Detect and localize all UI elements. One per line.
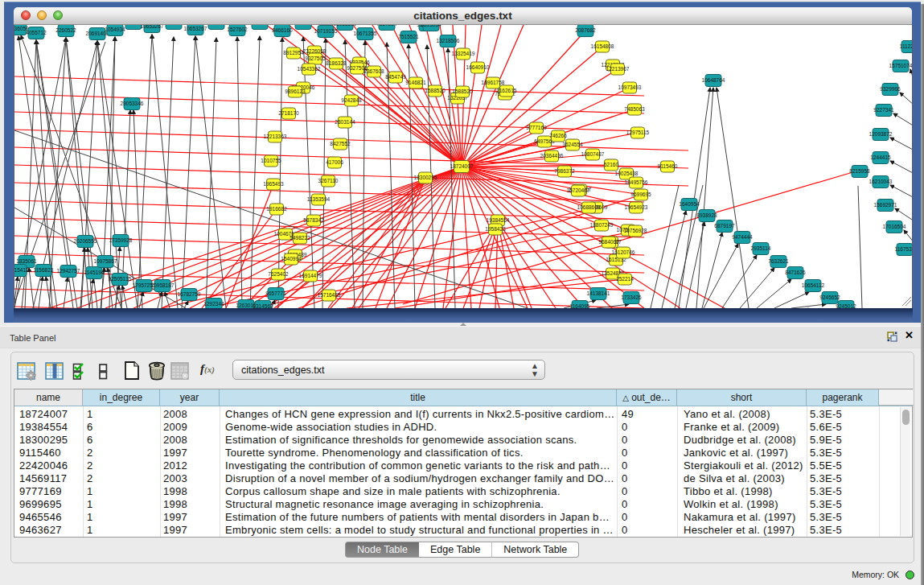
svg-text:9329966: 9329966 bbox=[880, 86, 901, 92]
svg-text:9777169: 9777169 bbox=[526, 125, 547, 130]
svg-text:14138141: 14138141 bbox=[587, 290, 610, 296]
svg-text:1145194: 1145194 bbox=[84, 270, 105, 275]
svg-text:12213363: 12213363 bbox=[264, 134, 287, 139]
svg-text:8427552: 8427552 bbox=[330, 141, 351, 146]
svg-text:1916682: 1916682 bbox=[266, 206, 287, 212]
svg-text:2087682: 2087682 bbox=[575, 27, 596, 33]
svg-text:8466160: 8466160 bbox=[272, 27, 293, 33]
svg-text:15720407: 15720407 bbox=[567, 187, 590, 193]
svg-text:10975867: 10975867 bbox=[94, 258, 117, 264]
svg-text:1162615: 1162615 bbox=[497, 88, 517, 93]
svg-text:11353594: 11353594 bbox=[307, 196, 331, 202]
svg-text:15716485: 15716485 bbox=[318, 292, 341, 298]
svg-text:1958423: 1958423 bbox=[485, 226, 506, 232]
svg-text:1733426: 1733426 bbox=[621, 295, 642, 300]
svg-text:10688609: 10688609 bbox=[577, 204, 601, 210]
svg-text:10025438: 10025438 bbox=[615, 171, 639, 176]
svg-text:8471626: 8471626 bbox=[785, 270, 806, 275]
svg-text:3267110: 3267110 bbox=[318, 178, 339, 183]
svg-text:1112233: 1112233 bbox=[900, 43, 913, 49]
svg-text:10973493: 10973493 bbox=[618, 84, 642, 90]
svg-text:20206555: 20206555 bbox=[74, 238, 97, 244]
svg-text:10654112: 10654112 bbox=[802, 282, 825, 288]
svg-text:19384554: 19384554 bbox=[487, 217, 510, 223]
svg-text:3624554: 3624554 bbox=[562, 142, 583, 147]
svg-text:17359928: 17359928 bbox=[109, 237, 133, 243]
svg-text:12093872: 12093872 bbox=[869, 131, 893, 137]
svg-text:10958187: 10958187 bbox=[151, 282, 175, 288]
svg-text:62160: 62160 bbox=[604, 162, 618, 167]
svg-text:2260522: 2260522 bbox=[55, 27, 76, 33]
svg-text:10719155: 10719155 bbox=[314, 28, 338, 34]
svg-text:5498222: 5498222 bbox=[290, 235, 310, 241]
svg-text:10671355: 10671355 bbox=[354, 31, 377, 36]
svg-text:12942757: 12942757 bbox=[57, 268, 80, 274]
svg-text:1588520: 1588520 bbox=[425, 88, 446, 93]
svg-text:10653267: 10653267 bbox=[184, 26, 207, 31]
svg-text:2935114: 2935114 bbox=[751, 245, 771, 251]
svg-text:1527602: 1527602 bbox=[227, 27, 248, 32]
svg-text:10719155: 10719155 bbox=[248, 25, 272, 26]
svg-text:1167533: 1167533 bbox=[895, 246, 913, 252]
svg-text:16120746: 16120746 bbox=[612, 249, 635, 255]
svg-text:1965493: 1965493 bbox=[263, 181, 284, 187]
svg-text:3915412: 3915412 bbox=[14, 267, 29, 273]
svg-text:18300295: 18300295 bbox=[414, 175, 437, 180]
svg-text:1010755: 1010755 bbox=[261, 158, 281, 163]
svg-text:5878342: 5878342 bbox=[303, 217, 324, 223]
svg-text:2367608: 2367608 bbox=[363, 68, 384, 74]
svg-text:19654923: 19654923 bbox=[625, 204, 648, 210]
svg-text:17016504: 17016504 bbox=[883, 224, 906, 229]
svg-text:1540994: 1540994 bbox=[281, 256, 302, 262]
svg-text:16961758: 16961758 bbox=[482, 80, 505, 85]
svg-text:10543362: 10543362 bbox=[298, 66, 321, 72]
svg-text:16782759: 16782759 bbox=[178, 291, 201, 297]
svg-text:10756928: 10756928 bbox=[624, 228, 647, 233]
svg-text:8912954: 8912954 bbox=[283, 50, 304, 56]
svg-text:6879197: 6879197 bbox=[714, 223, 735, 229]
svg-text:12505135: 12505135 bbox=[109, 276, 132, 282]
svg-text:7485063: 7485063 bbox=[624, 106, 645, 112]
svg-text:9699695: 9699695 bbox=[630, 192, 651, 197]
svg-text:10648764: 10648764 bbox=[702, 77, 725, 83]
svg-text:16053309: 16053309 bbox=[334, 25, 357, 27]
svg-text:1244415: 1244415 bbox=[870, 154, 891, 160]
svg-text:1640954: 1640954 bbox=[679, 201, 700, 207]
svg-text:1527602: 1527602 bbox=[163, 25, 184, 26]
svg-text:7986372: 7986372 bbox=[554, 168, 575, 174]
svg-text:7632621: 7632621 bbox=[768, 258, 789, 264]
svg-text:10653267: 10653267 bbox=[141, 25, 164, 29]
svg-text:8454749: 8454749 bbox=[385, 74, 406, 80]
svg-text:16640910: 16640910 bbox=[466, 64, 490, 70]
svg-text:9327505: 9327505 bbox=[305, 56, 326, 61]
svg-text:8938928: 8938928 bbox=[696, 212, 717, 218]
svg-text:16154808: 16154808 bbox=[591, 43, 614, 49]
svg-text:12213967: 12213967 bbox=[606, 66, 630, 72]
svg-text:9245652: 9245652 bbox=[819, 295, 840, 300]
svg-text:4055712: 4055712 bbox=[26, 30, 47, 35]
svg-text:29053346: 29053346 bbox=[121, 101, 144, 106]
svg-text:15692971: 15692971 bbox=[874, 202, 897, 208]
svg-text:8813054: 8813054 bbox=[421, 25, 441, 27]
svg-text:2718170: 2718170 bbox=[278, 110, 299, 116]
svg-text:9227341: 9227341 bbox=[873, 107, 894, 113]
svg-text:10807487: 10807487 bbox=[581, 151, 605, 157]
svg-text:12975115: 12975115 bbox=[626, 130, 650, 135]
svg-text:9896123: 9896123 bbox=[285, 89, 306, 94]
svg-text:417006: 417006 bbox=[326, 159, 343, 165]
svg-text:20364436: 20364436 bbox=[540, 153, 564, 159]
svg-text:18807249: 18807249 bbox=[590, 222, 614, 228]
svg-text:9242848: 9242848 bbox=[341, 97, 362, 103]
svg-text:7625402: 7625402 bbox=[268, 271, 289, 277]
svg-text:16210043: 16210043 bbox=[869, 179, 893, 184]
svg-text:16914479: 16914479 bbox=[299, 273, 322, 278]
svg-text:9115460: 9115460 bbox=[658, 163, 678, 169]
svg-text:15751074: 15751074 bbox=[889, 63, 913, 68]
svg-text:252214: 252214 bbox=[616, 276, 634, 282]
svg-text:7857224: 7857224 bbox=[376, 25, 397, 27]
svg-text:1054934: 1054934 bbox=[105, 27, 125, 32]
svg-text:9684067: 9684067 bbox=[598, 239, 619, 245]
svg-text:13218506: 13218506 bbox=[437, 38, 460, 43]
svg-text:18724007: 18724007 bbox=[450, 163, 474, 169]
svg-text:2803144: 2803144 bbox=[335, 119, 355, 125]
